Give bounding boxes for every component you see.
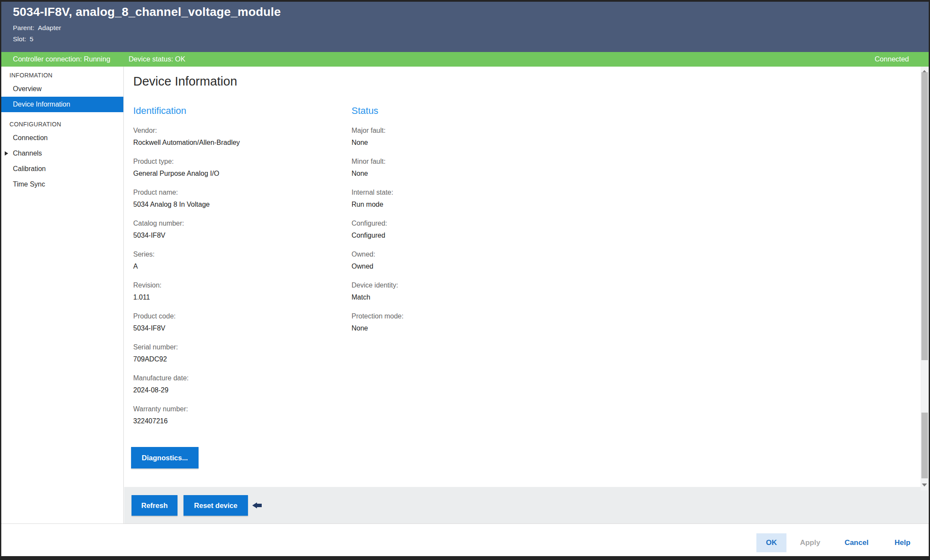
field-label: Product type: [133, 157, 335, 166]
field-serial-number: Serial number: 709ADC92 [133, 343, 335, 364]
scrollbar-thumb-secondary[interactable] [921, 413, 928, 478]
field-value: General Purpose Analog I/O [133, 169, 335, 178]
sidebar-item-label: Channels [13, 150, 42, 157]
left-arrow-icon [252, 502, 262, 508]
scrollbar-thumb[interactable] [921, 72, 928, 360]
sidebar-item-connection[interactable]: Connection [0, 130, 123, 146]
parent-value: Adapter [38, 24, 61, 31]
field-minor-fault: Minor fault: None [352, 157, 554, 178]
field-label: Product code: [133, 312, 335, 321]
sidebar-item-label: Calibration [13, 165, 46, 172]
field-value: None [352, 324, 554, 333]
field-label: Device identity: [352, 281, 554, 290]
field-value: Match [352, 293, 554, 302]
sidebar-item-label: Device Information [13, 101, 70, 108]
slot-value: 5 [30, 35, 34, 43]
field-revision: Revision: 1.011 [133, 281, 335, 302]
device-title: 5034-IF8V, analog_8_channel_voltage_modu… [13, 5, 281, 19]
sidebar-item-device-information[interactable]: Device Information [0, 97, 123, 112]
field-major-fault: Major fault: None [352, 126, 554, 147]
slot-line: Slot:5 [13, 35, 34, 43]
title-bar: 5034-IF8V, analog_8_channel_voltage_modu… [0, 0, 930, 52]
field-vendor: Vendor: Rockwell Automation/Allen-Bradle… [133, 126, 335, 147]
field-configured: Configured: Configured [352, 219, 554, 240]
identification-section: Identification Vendor: Rockwell Automati… [133, 104, 335, 435]
identification-heading: Identification [133, 104, 335, 117]
field-value: 5034-IF8V [133, 324, 335, 333]
action-strip: Refresh Reset device [124, 487, 928, 523]
help-button[interactable]: Help [890, 533, 915, 552]
field-warranty-number: Warranty number: 322407216 [133, 404, 335, 426]
field-value: 5034-IF8V [133, 231, 335, 240]
field-value: Configured [352, 231, 554, 240]
sidebar-item-label: Connection [13, 134, 48, 141]
field-label: Owned: [352, 250, 554, 259]
field-label: Serial number: [133, 343, 335, 352]
apply-button[interactable]: Apply [796, 533, 824, 552]
field-label: Configured: [352, 219, 554, 228]
field-label: Revision: [133, 281, 335, 290]
field-label: Manufacture date: [133, 373, 335, 383]
field-label: Major fault: [352, 126, 554, 135]
field-value: None [352, 169, 554, 178]
field-value: None [352, 138, 554, 147]
device-information-panel: Device Information Identification Vendor… [124, 67, 921, 487]
refresh-button[interactable]: Refresh [132, 495, 177, 516]
window-border-left [0, 0, 1, 560]
field-product-code: Product code: 5034-IF8V [133, 312, 335, 333]
field-value: 322407216 [133, 416, 335, 426]
window-border-top [0, 0, 930, 2]
connected-badge: Connected [875, 55, 909, 63]
controller-connection-status: Controller connection: Running [13, 55, 110, 63]
field-value: 1.011 [133, 293, 335, 302]
page-title: Device Information [133, 74, 237, 89]
expand-arrow-icon[interactable] [5, 151, 8, 156]
status-heading: Status [352, 104, 554, 117]
sidebar-item-channels[interactable]: Channels [0, 146, 123, 161]
field-device-identity: Device identity: Match [352, 281, 554, 302]
connection-status-bar: Controller connection: Running Device st… [0, 52, 930, 67]
field-catalog-number: Catalog number: 5034-IF8V [133, 219, 335, 240]
field-label: Protection mode: [352, 312, 554, 321]
field-value: 5034 Analog 8 In Voltage [133, 200, 335, 209]
device-status: Device status: OK [128, 55, 185, 63]
field-owned: Owned: Owned [352, 250, 554, 271]
field-value: 709ADC92 [133, 355, 335, 364]
sidebar-section-configuration: CONFIGURATION [0, 118, 123, 130]
sidebar-item-calibration[interactable]: Calibration [0, 161, 123, 177]
sidebar: INFORMATION Overview Device Information … [0, 67, 124, 523]
field-protection-mode: Protection mode: None [352, 312, 554, 333]
left-arrow-shaft [257, 504, 262, 507]
sidebar-item-label: Overview [13, 85, 42, 92]
field-value: A [133, 262, 335, 271]
parent-line: Parent:Adapter [13, 24, 61, 32]
parent-label: Parent: [13, 24, 34, 31]
field-label: Series: [133, 250, 335, 259]
status-bar-left: Controller connection: Running Device st… [13, 55, 202, 63]
vertical-scrollbar[interactable] [921, 67, 929, 490]
sidebar-section-information: INFORMATION [0, 69, 123, 81]
ok-button[interactable]: OK [756, 533, 786, 552]
window-border-bottom [0, 556, 930, 560]
slot-label: Slot: [13, 35, 26, 43]
sidebar-item-label: Time Sync [13, 181, 45, 188]
field-label: Catalog number: [133, 219, 335, 228]
field-label: Product name: [133, 188, 335, 197]
field-value: 2024-08-29 [133, 386, 335, 395]
dialog-footer: OK Apply Cancel Help [0, 523, 930, 557]
reset-device-button[interactable]: Reset device [184, 495, 248, 516]
sidebar-item-time-sync[interactable]: Time Sync [0, 177, 123, 192]
field-product-type: Product type: General Purpose Analog I/O [133, 157, 335, 178]
sidebar-item-overview[interactable]: Overview [0, 81, 123, 97]
field-label: Vendor: [133, 126, 335, 135]
field-label: Warranty number: [133, 404, 335, 414]
field-manufacture-date: Manufacture date: 2024-08-29 [133, 373, 335, 395]
cancel-button[interactable]: Cancel [841, 533, 872, 552]
diagnostics-button[interactable]: Diagnostics... [131, 447, 199, 468]
field-value: Rockwell Automation/Allen-Bradley [133, 138, 335, 147]
scroll-down-icon[interactable] [922, 483, 927, 487]
field-label: Internal state: [352, 188, 554, 197]
field-internal-state: Internal state: Run mode [352, 188, 554, 209]
field-label: Minor fault: [352, 157, 554, 166]
field-product-name: Product name: 5034 Analog 8 In Voltage [133, 188, 335, 209]
